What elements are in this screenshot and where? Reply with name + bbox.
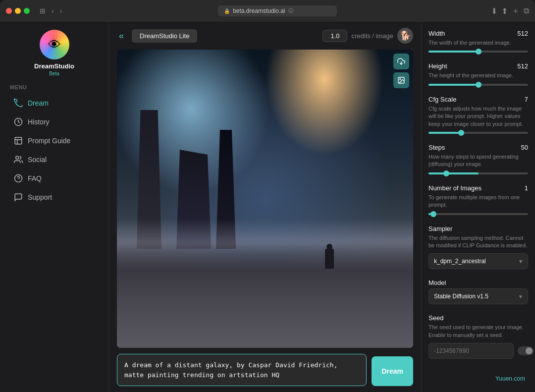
width-label: Width [428, 30, 445, 37]
right-panel: Width 512 The width of the generated ima… [421, 22, 535, 392]
dreamstudio-lite-tab[interactable]: DreamStudio Lite [132, 29, 197, 43]
sidebar-item-social[interactable]: Social [4, 151, 105, 168]
sidebar-item-support[interactable]: Support [4, 188, 105, 206]
back-button[interactable]: ‹ [50, 6, 56, 16]
url-bar-container: 🔒 beta.dreamstudio.ai ⓘ [68, 5, 487, 16]
prompt-area: Dream [117, 354, 413, 386]
traffic-lights [6, 8, 30, 14]
new-tab-icon[interactable]: ＋ [512, 6, 520, 16]
top-bar: « DreamStudio Lite credits / image 🐕 [109, 22, 421, 50]
minimize-button[interactable] [15, 8, 21, 14]
forward-button[interactable]: › [58, 6, 64, 16]
foreground [117, 239, 413, 348]
dream-label: Dream [28, 99, 49, 107]
dream-icon [14, 99, 23, 108]
app-subtitle: Beta [49, 71, 59, 76]
dream-button[interactable]: Dream [372, 356, 413, 386]
sidebar-item-faq[interactable]: FAQ [4, 169, 105, 187]
model-select[interactable]: Stable Diffusion v1.5 Stable Diffusion v… [428, 288, 528, 304]
width-slider-fill [428, 51, 479, 53]
height-value: 512 [517, 62, 528, 70]
sidebar-item-dream[interactable]: Dream [4, 94, 105, 112]
height-slider-thumb[interactable] [476, 82, 482, 88]
figure [325, 249, 334, 269]
cfg-scale-slider-fill [428, 132, 461, 134]
image-section: Dream [109, 50, 421, 392]
windows-icon[interactable]: ⧉ [524, 6, 529, 15]
seed-toggle[interactable] [518, 346, 534, 355]
close-button[interactable] [6, 8, 12, 14]
seed-input[interactable] [428, 343, 514, 359]
width-control: Width 512 The width of the generated ima… [428, 30, 528, 53]
cfg-scale-desc: Cfg scale adjusts how much the image wil… [428, 105, 528, 128]
faq-label: FAQ [28, 174, 42, 182]
cfg-scale-control: Cfg Scale 7 Cfg scale adjusts how much t… [428, 96, 528, 134]
sampler-label: Sampler [428, 225, 452, 232]
height-slider-track [428, 84, 528, 86]
seed-control: Seed The seed used to generate your imag… [428, 314, 528, 359]
image-action-buttons [393, 54, 409, 88]
maximize-button[interactable] [24, 8, 30, 14]
num-images-label: Number of Images [428, 184, 482, 192]
width-slider-track [428, 51, 528, 53]
sidebar-item-prompt-guide[interactable]: Prompt Guide [4, 132, 105, 150]
width-slider-thumb[interactable] [476, 49, 482, 55]
width-value: 512 [517, 30, 528, 37]
model-select-wrapper: Stable Diffusion v1.5 Stable Diffusion v… [428, 288, 528, 304]
sampler-control: Sampler The diffusion sampling method. C… [428, 225, 528, 270]
titlebar-actions: ⬇ ⬆ ＋ ⧉ [491, 6, 529, 16]
model-control: Model Stable Diffusion v1.5 Stable Diffu… [428, 279, 528, 304]
social-label: Social [28, 156, 47, 164]
download-icon[interactable]: ⬇ [491, 6, 497, 16]
prompt-input[interactable] [117, 354, 367, 386]
app-body: 👁 DreamStudio Beta MENU Dream History [0, 22, 535, 392]
logo-image: 👁 [40, 30, 69, 59]
user-avatar[interactable]: 🐕 [397, 28, 413, 44]
social-icon [14, 155, 23, 164]
width-desc: The width of the generated image. [428, 39, 528, 47]
cfg-scale-slider-thumb[interactable] [458, 130, 464, 136]
sidebar-toggle-icon[interactable]: ⊞ [38, 6, 48, 16]
prompt-guide-icon [14, 136, 23, 145]
steps-slider-thumb[interactable] [443, 170, 449, 176]
steps-slider-fill [428, 172, 479, 174]
sampler-select[interactable]: k_dpm_2_ancestral k_euler k_euler_ancest… [428, 253, 528, 269]
download-image-button[interactable] [393, 54, 409, 69]
height-control: Height 512 The height of the generated i… [428, 62, 528, 85]
content-area: « DreamStudio Lite credits / image 🐕 [109, 22, 421, 392]
sampler-desc: The diffusion sampling method. Cannot be… [428, 234, 528, 250]
seed-toggle-knob [526, 347, 533, 354]
lock-icon: 🔒 [224, 8, 230, 14]
svg-point-9 [400, 79, 401, 80]
height-desc: The height of the generated image. [428, 72, 528, 79]
credits-value-input[interactable] [322, 30, 347, 42]
collapse-sidebar-button[interactable]: « [117, 29, 126, 43]
cfg-scale-slider-track [428, 132, 528, 134]
cfg-scale-value: 7 [525, 96, 528, 103]
url-bar[interactable]: 🔒 beta.dreamstudio.ai ⓘ [218, 5, 337, 16]
num-images-slider-track [428, 213, 528, 215]
img2img-button[interactable] [393, 72, 409, 88]
faq-icon [14, 174, 23, 183]
svg-point-4 [16, 156, 19, 159]
steps-value: 50 [521, 144, 528, 151]
menu-items: Dream History Prompt Guide Social [0, 94, 108, 206]
info-icon: ⓘ [288, 7, 293, 14]
history-icon [14, 117, 23, 126]
height-slider-fill [428, 84, 479, 86]
generated-image-wrapper [117, 50, 413, 348]
steps-desc: How many steps to spend generating (diff… [428, 153, 528, 168]
num-images-desc: To generate multiple images from one pro… [428, 194, 528, 209]
seed-desc: The seed used to generate your image. En… [428, 324, 528, 339]
num-images-slider-thumb[interactable] [430, 211, 436, 217]
svg-rect-1 [15, 137, 22, 144]
titlebar: ⊞ ‹ › 🔒 beta.dreamstudio.ai ⓘ ⬇ ⬆ ＋ ⧉ [0, 0, 535, 22]
seed-row [428, 343, 528, 359]
num-images-control: Number of Images 1 To generate multiple … [428, 184, 528, 215]
model-label: Model [428, 279, 446, 286]
steps-label: Steps [428, 144, 445, 151]
share-icon[interactable]: ⬆ [501, 6, 508, 16]
sidebar-item-history[interactable]: History [4, 113, 105, 131]
app-title: DreamStudio [34, 62, 74, 70]
sampler-select-wrapper: k_dpm_2_ancestral k_euler k_euler_ancest… [428, 253, 528, 269]
